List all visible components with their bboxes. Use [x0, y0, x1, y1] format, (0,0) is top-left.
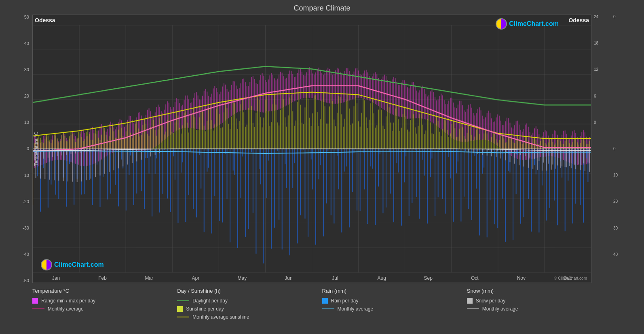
legend-item-temp-monthly: Monthly average [32, 306, 177, 312]
y-axis-sunshine-ticks: 24 18 12 6 0 0 0 0 0 0 0 [591, 15, 612, 283]
legend-item-daylight: Daylight per day [177, 298, 322, 304]
y-left-tick-20: 20 [24, 94, 29, 98]
brand-logo-bottom: ClimeChart.com [41, 259, 104, 270]
legend-label-snow: Snow per day [476, 298, 505, 304]
sunshine-tick-6: 6 [594, 94, 612, 98]
legend-color-rain [322, 298, 328, 304]
location-label-right: Odessa [568, 17, 589, 23]
y-left-tick--50: -50 [23, 278, 29, 283]
legend-color-temp-range [32, 298, 38, 304]
rain-tick-0-top: 0 [613, 15, 632, 19]
legend-label-rain-monthly: Monthly average [338, 306, 374, 312]
sunshine-tick-12: 12 [594, 67, 612, 72]
y-axis-right-inner: 24 18 12 6 0 0 0 0 0 0 0 0 0 0 0 [591, 15, 636, 283]
legend-title-sunshine: Day / Sunshine (h) [177, 288, 322, 294]
legend-label-sunshine-monthly: Monthly average sunshine [192, 314, 249, 320]
y-axis-rain-ticks: 0 0 0 0 0 0 10 20 30 40 0 [612, 15, 632, 283]
legend-label-rain: Rain per day [331, 298, 359, 304]
logo-icon-top [496, 18, 507, 30]
brand-name-top: ClimeChart.com [509, 20, 559, 28]
legend-item-snow-monthly: Monthly average [467, 306, 612, 312]
y-left-tick-10: 10 [24, 120, 29, 125]
legend-item-rain: Rain per day [322, 298, 467, 304]
rain-tick-10: 10 [613, 173, 632, 177]
logo-icon-bottom [41, 259, 52, 270]
legend-item-sunshine-monthly: Monthly average sunshine [177, 314, 322, 320]
legend-title-rain: Rain (mm) [322, 288, 467, 294]
legend-label-temp-range: Range min / max per day [41, 298, 95, 304]
y-left-tick--10: -10 [23, 173, 29, 178]
legend-item-rain-monthly: Monthly average [322, 306, 467, 312]
legend-item-snow: Snow per day [467, 298, 612, 304]
legend-title-snow: Snow (mm) [467, 288, 612, 294]
legend-line-snow-monthly [467, 308, 479, 309]
sunshine-tick-18: 18 [594, 41, 612, 45]
legend-item-temp-range: Range min / max per day [32, 298, 177, 304]
legend-item-sunshine: Sunshine per day [177, 306, 322, 312]
sunshine-tick-0: 0 [594, 120, 612, 125]
y-left-tick-30: 30 [24, 67, 29, 72]
chart-title: Compare Climate [8, 4, 636, 13]
legend-title-temperature: Temperature °C [32, 288, 177, 294]
y-left-tick--40: -40 [23, 252, 29, 257]
legend-group-sunshine: Day / Sunshine (h) Daylight per day Suns… [177, 288, 322, 330]
legend-group-temperature: Temperature °C Range min / max per day M… [32, 288, 177, 330]
copyright: © ClimeChart.com [554, 276, 587, 281]
legend-label-snow-monthly: Monthly average [482, 306, 518, 312]
page-wrapper: Compare Climate 50 40 30 20 10 0 -10 -20… [0, 0, 644, 334]
rain-tick-20: 20 [613, 199, 632, 204]
legend-line-daylight [177, 300, 189, 301]
y-left-tick--30: -30 [23, 226, 29, 230]
brand-logo-top: ClimeChart.com [496, 18, 559, 30]
legend-group-snow: Snow (mm) Snow per day Monthly average [467, 288, 612, 330]
legend-line-rain-monthly [322, 308, 334, 309]
chart-main: Odessa Odessa ClimeChart.com ClimeChart.… [32, 15, 591, 283]
y-left-tick-40: 40 [24, 41, 29, 46]
rain-tick-40: 40 [613, 252, 632, 257]
climate-chart-canvas [33, 15, 591, 283]
rain-tick-0: 0 [613, 147, 632, 151]
legend-line-temp-monthly [32, 308, 44, 309]
legend-label-daylight: Daylight per day [192, 298, 228, 304]
y-left-tick--20: -20 [23, 199, 29, 204]
legend-line-sunshine-monthly [177, 317, 189, 317]
legend-label-temp-monthly: Monthly average [48, 306, 84, 312]
location-label-left: Odessa [35, 17, 55, 23]
rain-tick-30: 30 [613, 226, 632, 230]
brand-name-bottom: ClimeChart.com [54, 261, 104, 268]
legend-group-rain: Rain (mm) Rain per day Monthly average [322, 288, 467, 330]
legend-label-sunshine: Sunshine per day [186, 306, 224, 312]
sunshine-tick-24: 24 [594, 15, 612, 19]
legend-color-sunshine [177, 306, 183, 312]
y-axis-left: 50 40 30 20 10 0 -10 -20 -30 -40 -50 [8, 15, 32, 283]
y-left-tick-50: 50 [24, 15, 29, 19]
chart-area: 50 40 30 20 10 0 -10 -20 -30 -40 -50 Ode… [8, 15, 636, 283]
y-axis-right: 24 18 12 6 0 0 0 0 0 0 0 0 0 0 0 [591, 15, 636, 283]
legend-color-snow [467, 298, 473, 304]
legend-area: Temperature °C Range min / max per day M… [8, 283, 636, 330]
y-left-tick-0: 0 [27, 146, 29, 151]
